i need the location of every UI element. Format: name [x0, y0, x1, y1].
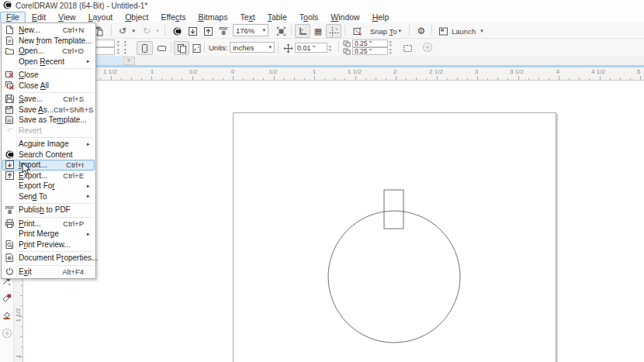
fill-tool[interactable]: [1, 309, 12, 321]
ruler-label: 1 1/2: [15, 306, 22, 325]
menu-item-new-from-template[interactable]: New from Template...: [2, 36, 95, 47]
nudge-distance-field[interactable]: 0.01 ": [295, 43, 327, 53]
snap-to-dropdown[interactable]: Snap To▾: [365, 24, 407, 38]
drawing-canvas[interactable]: [23, 81, 644, 362]
portrait-button[interactable]: [137, 41, 153, 55]
menu-item-close[interactable]: Close: [2, 70, 95, 81]
menu-item-save-as[interactable]: Save As...Ctrl+Shift+S: [2, 105, 95, 115]
treat-as-filled-button[interactable]: [399, 41, 416, 55]
ruler-tick: [294, 78, 295, 80]
menubar-item-view[interactable]: View: [52, 12, 82, 23]
ruler-tick: [203, 78, 203, 80]
menubar-item-bitmaps[interactable]: Bitmaps: [192, 12, 234, 23]
menu-item-print[interactable]: Print...Ctrl+P: [2, 219, 95, 229]
menu-item-save-as-template[interactable]: Save as Template...: [2, 115, 95, 126]
ruler-tick: [640, 76, 641, 80]
ruler-tick: [274, 76, 275, 80]
show-rulers-button[interactable]: [295, 24, 310, 38]
menubar-item-effects[interactable]: Effects: [155, 12, 192, 23]
chevron-down-icon: ▾: [480, 28, 483, 34]
menu-item-new[interactable]: New...Ctrl+N: [2, 25, 95, 36]
launch-dropdown[interactable]: Launch ▾: [436, 24, 489, 38]
menu-bar: FileEditViewLayoutObjectEffectsBitmapsTe…: [0, 12, 644, 22]
revert-icon: ↶: [3, 126, 16, 136]
options-gear-button[interactable]: ⚙: [414, 24, 429, 38]
ruler-tick: [253, 78, 254, 80]
menu-item-document-properties[interactable]: Document Properties...: [2, 253, 95, 264]
fullscreen-preview-button[interactable]: [273, 24, 289, 38]
ruler-tick: [182, 78, 182, 80]
duplicate-x-field[interactable]: 0.25 ": [352, 40, 388, 47]
snap-off-button[interactable]: [349, 24, 365, 38]
menu-item-open-recent[interactable]: Open Recent▸: [2, 57, 95, 67]
menu-item-label: Save as Template...: [16, 115, 87, 124]
outline-pen-tool[interactable]: [1, 292, 12, 304]
menubar-item-help[interactable]: Help: [366, 12, 396, 23]
chevron-down-icon: ▾: [268, 44, 272, 50]
ruler-tick: [345, 78, 345, 80]
redo-dropdown[interactable]: ▾: [152, 24, 161, 38]
page-size-stepper2[interactable]: ▴▾: [124, 47, 126, 55]
undo-dropdown[interactable]: ▾: [128, 24, 137, 38]
ruler-tick: [151, 76, 152, 80]
menu-item-close-all[interactable]: Close All: [2, 81, 95, 91]
menubar-item-edit[interactable]: Edit: [26, 12, 52, 23]
menubar-item-text[interactable]: Text: [234, 12, 261, 23]
show-guidelines-button[interactable]: [326, 24, 341, 38]
menubar-item-table[interactable]: Table: [261, 12, 293, 23]
rectangle-shape[interactable]: [384, 190, 403, 229]
duplicate-y-stepper[interactable]: ▴▾: [390, 47, 392, 55]
menubar-item-file[interactable]: File: [0, 12, 26, 23]
zoom-level-select[interactable]: 176%▾: [233, 24, 268, 36]
all-pages-size-button[interactable]: [174, 41, 189, 55]
menu-item-import[interactable]: Import...Ctrl+I: [2, 160, 95, 171]
add-tool-button[interactable]: [1, 327, 12, 339]
publish-pdf-button[interactable]: PDF▥: [216, 24, 231, 38]
units-select[interactable]: inches▾: [230, 42, 275, 53]
menu-item-search-content[interactable]: Search Content: [2, 150, 95, 160]
ruler-tick: [243, 78, 244, 80]
menu-item-export-for[interactable]: Export For▸: [2, 181, 95, 191]
ruler-tick: [192, 76, 193, 80]
current-page-size-button[interactable]: [189, 41, 204, 55]
page-height-stepper[interactable]: ▴▾: [117, 47, 119, 55]
close-win-icon: [3, 70, 16, 80]
ellipse-shape[interactable]: [328, 211, 460, 343]
menu-separator: [18, 265, 93, 266]
horizontal-ruler[interactable]: 1 1/211/201/211 1/222 1/233 1/244 1/25: [14, 67, 644, 81]
menu-item-acquire-image[interactable]: Acquire Image▸: [2, 139, 95, 150]
nudge-stepper[interactable]: ▴▾: [329, 43, 331, 53]
landscape-button[interactable]: [154, 41, 170, 55]
new-document-tab-button[interactable]: +: [123, 57, 135, 65]
duplicate-y-field[interactable]: 0.25 ": [352, 47, 388, 55]
menu-item-open[interactable]: Open...Ctrl+O: [2, 46, 95, 57]
ruler-tick: [507, 78, 508, 80]
export-button[interactable]: [200, 24, 216, 38]
menu-item-label: Exit: [16, 267, 62, 276]
ruler-tick: [141, 78, 142, 80]
menu-item-print-preview[interactable]: Print Preview...: [2, 240, 95, 250]
ruler-tick: [620, 78, 621, 80]
menubar-item-object[interactable]: Object: [119, 12, 154, 23]
import-button[interactable]: [185, 24, 200, 38]
drawn-shapes[interactable]: [23, 81, 644, 362]
menubar-item-window[interactable]: Window: [324, 12, 365, 23]
menubar-item-layout[interactable]: Layout: [82, 12, 119, 23]
power-icon: [3, 267, 16, 277]
menu-item-send-to[interactable]: Send To▸: [2, 191, 95, 202]
ruler-tick: [304, 78, 305, 80]
search-content-button[interactable]: [169, 24, 185, 38]
units-label: Units:: [209, 43, 227, 52]
submenu-arrow-icon: ▸: [87, 58, 94, 64]
menu-item-publish-to-pdf[interactable]: PDF▥Publish to PDF: [2, 205, 95, 215]
menu-item-revert[interactable]: ↶Revert: [2, 126, 95, 136]
menubar-item-tools[interactable]: Tools: [293, 12, 325, 23]
menu-item-save[interactable]: Save...Ctrl+S: [2, 94, 95, 105]
doc-new-icon: [3, 25, 16, 35]
menu-item-export[interactable]: Export...Ctrl+E: [2, 171, 95, 181]
ruler-label: 4 1/2: [591, 68, 605, 75]
show-grid-button[interactable]: ▦: [310, 24, 326, 38]
menu-item-exit[interactable]: ExitAlt+F4: [2, 267, 95, 278]
menu-item-print-merge[interactable]: Print Merge▸: [2, 229, 95, 240]
window-title: CorelDRAW 2018 (64-Bit) - Untitled-1*: [16, 2, 147, 10]
